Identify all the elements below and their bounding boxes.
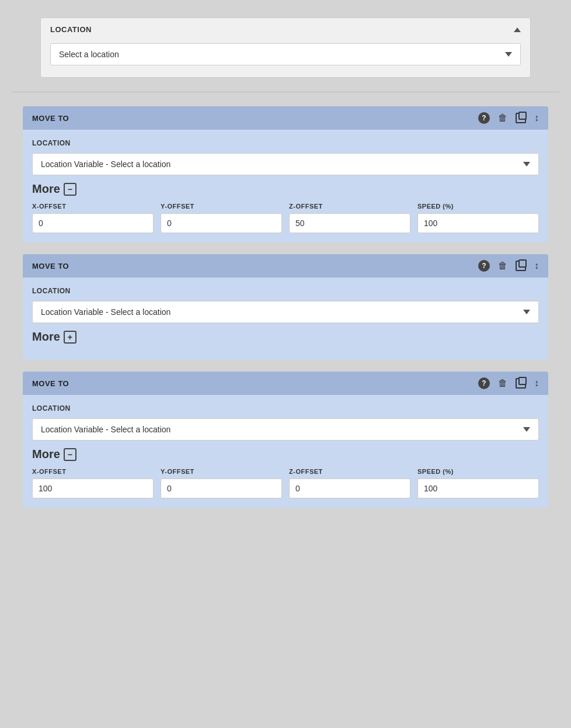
trash-icon-2[interactable]: 🗑 bbox=[498, 261, 507, 271]
section-divider bbox=[12, 92, 559, 92]
more-row-2: More+ bbox=[32, 330, 539, 344]
trash-icon-3[interactable]: 🗑 bbox=[498, 378, 507, 389]
field-input-3-3[interactable]: 100 bbox=[417, 479, 539, 498]
field-group-3-3: SPEED (%)100 bbox=[417, 468, 539, 498]
move-to-block-1: MOVE TO?🗑↕LOCATIONLocation Variable - Se… bbox=[23, 106, 548, 242]
field-label-1-1: Y-OFFSET bbox=[161, 203, 282, 210]
copy-icon-3[interactable] bbox=[516, 378, 526, 389]
fields-row-3: X-OFFSET100Y-OFFSET0Z-OFFSET0SPEED (%)10… bbox=[32, 468, 539, 498]
more-row-1: More− bbox=[32, 182, 539, 196]
field-group-3-0: X-OFFSET100 bbox=[32, 468, 154, 498]
updown-icon-1[interactable]: ↕ bbox=[534, 113, 539, 123]
field-input-3-1[interactable]: 0 bbox=[161, 479, 282, 498]
more-label-3: More bbox=[32, 448, 60, 461]
field-label-3-3: SPEED (%) bbox=[417, 468, 539, 475]
move-to-header-3: MOVE TO?🗑↕ bbox=[23, 372, 548, 395]
field-input-1-1[interactable]: 0 bbox=[161, 213, 282, 233]
location-label-3: LOCATION bbox=[32, 404, 539, 412]
updown-icon-3[interactable]: ↕ bbox=[534, 378, 539, 389]
field-group-1-1: Y-OFFSET0 bbox=[161, 203, 282, 233]
move-to-title-1: MOVE TO bbox=[32, 114, 69, 123]
field-input-3-0[interactable]: 100 bbox=[32, 479, 154, 498]
move-to-icons-2: ?🗑↕ bbox=[478, 260, 539, 272]
more-toggle-3[interactable]: − bbox=[64, 448, 76, 461]
fields-row-1: X-OFFSET0Y-OFFSET0Z-OFFSET50SPEED (%)100 bbox=[32, 203, 539, 233]
move-to-body-1: LOCATIONLocation Variable - Select a loc… bbox=[23, 130, 548, 242]
more-row-3: More− bbox=[32, 448, 539, 461]
location-label-1: LOCATION bbox=[32, 139, 539, 147]
field-group-3-1: Y-OFFSET0 bbox=[161, 468, 282, 498]
top-location-header: LOCATION bbox=[50, 25, 521, 34]
chevron-down-icon-2 bbox=[523, 310, 530, 314]
field-input-1-0[interactable]: 0 bbox=[32, 213, 154, 233]
location-dropdown-text-3: Location Variable - Select a location bbox=[41, 425, 170, 434]
updown-icon-2[interactable]: ↕ bbox=[534, 261, 539, 271]
trash-icon-1[interactable]: 🗑 bbox=[498, 113, 507, 123]
help-icon-2[interactable]: ? bbox=[478, 260, 490, 272]
move-to-title-2: MOVE TO bbox=[32, 262, 69, 271]
collapse-icon[interactable] bbox=[514, 27, 521, 32]
move-to-header-2: MOVE TO?🗑↕ bbox=[23, 254, 548, 278]
blocks-container: MOVE TO?🗑↕LOCATIONLocation Variable - Se… bbox=[12, 106, 559, 508]
help-icon-3[interactable]: ? bbox=[478, 377, 490, 389]
more-toggle-1[interactable]: − bbox=[64, 183, 76, 196]
move-to-icons-1: ?🗑↕ bbox=[478, 112, 539, 124]
field-label-1-2: Z-OFFSET bbox=[289, 203, 410, 210]
location-dropdown-2[interactable]: Location Variable - Select a location bbox=[32, 301, 539, 323]
field-input-1-2[interactable]: 50 bbox=[289, 213, 410, 233]
top-location-dropdown-text: Select a location bbox=[59, 50, 119, 59]
chevron-down-icon-3 bbox=[523, 427, 530, 432]
field-label-1-0: X-OFFSET bbox=[32, 203, 154, 210]
top-chevron-down-icon bbox=[505, 52, 512, 57]
field-group-1-3: SPEED (%)100 bbox=[417, 203, 539, 233]
field-label-1-3: SPEED (%) bbox=[417, 203, 539, 210]
move-to-icons-3: ?🗑↕ bbox=[478, 377, 539, 389]
more-toggle-2[interactable]: + bbox=[64, 331, 76, 344]
top-location-title: LOCATION bbox=[50, 25, 92, 34]
location-dropdown-text-2: Location Variable - Select a location bbox=[41, 307, 170, 317]
chevron-down-icon-1 bbox=[523, 162, 530, 167]
move-to-block-2: MOVE TO?🗑↕LOCATIONLocation Variable - Se… bbox=[23, 254, 548, 360]
top-location-dropdown[interactable]: Select a location bbox=[50, 43, 521, 65]
field-input-3-2[interactable]: 0 bbox=[289, 479, 410, 498]
field-label-3-1: Y-OFFSET bbox=[161, 468, 282, 475]
location-label-2: LOCATION bbox=[32, 287, 539, 295]
field-group-1-2: Z-OFFSET50 bbox=[289, 203, 410, 233]
more-label-2: More bbox=[32, 330, 60, 344]
field-group-3-2: Z-OFFSET0 bbox=[289, 468, 410, 498]
field-group-1-0: X-OFFSET0 bbox=[32, 203, 154, 233]
more-label-1: More bbox=[32, 182, 60, 196]
field-label-3-0: X-OFFSET bbox=[32, 468, 154, 475]
move-to-body-2: LOCATIONLocation Variable - Select a loc… bbox=[23, 278, 548, 360]
move-to-block-3: MOVE TO?🗑↕LOCATIONLocation Variable - Se… bbox=[23, 372, 548, 508]
move-to-body-3: LOCATIONLocation Variable - Select a loc… bbox=[23, 395, 548, 508]
location-dropdown-1[interactable]: Location Variable - Select a location bbox=[32, 153, 539, 175]
field-input-1-3[interactable]: 100 bbox=[417, 213, 539, 233]
move-to-header-1: MOVE TO?🗑↕ bbox=[23, 106, 548, 130]
help-icon-1[interactable]: ? bbox=[478, 112, 490, 124]
top-location-section: LOCATION Select a location bbox=[40, 18, 531, 78]
move-to-title-3: MOVE TO bbox=[32, 379, 69, 388]
location-dropdown-text-1: Location Variable - Select a location bbox=[41, 160, 170, 169]
field-label-3-2: Z-OFFSET bbox=[289, 468, 410, 475]
location-dropdown-3[interactable]: Location Variable - Select a location bbox=[32, 418, 539, 441]
copy-icon-1[interactable] bbox=[516, 113, 526, 123]
copy-icon-2[interactable] bbox=[516, 261, 526, 271]
